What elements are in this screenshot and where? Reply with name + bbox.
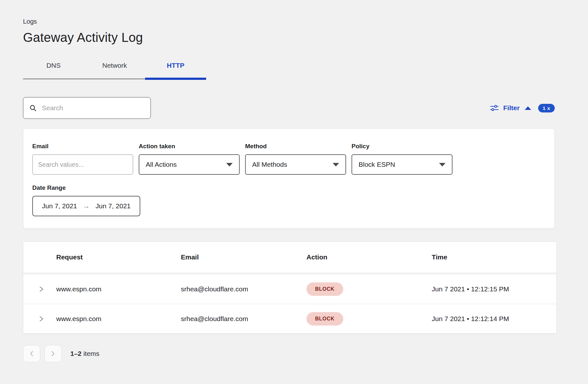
cell-email: srhea@cloudflare.com	[181, 315, 306, 323]
chevron-up-icon	[525, 106, 531, 110]
arrow-right-icon: →	[83, 202, 90, 210]
filter-count-badge[interactable]: 1 x	[538, 104, 555, 112]
cell-email: srhea@cloudflare.com	[181, 285, 306, 293]
filter-panel: Email Action taken All Actions Method Al…	[23, 128, 555, 229]
action-badge: BLOCK	[306, 312, 343, 326]
active-tab-indicator	[145, 78, 206, 80]
chevron-right-icon	[51, 350, 55, 357]
column-header-request: Request	[56, 253, 181, 261]
date-range-start: Jun 7, 2021	[42, 202, 77, 210]
toolbar: Filter 1 x	[23, 97, 555, 119]
column-header-email: Email	[181, 253, 306, 261]
filter-field-email: Email	[32, 143, 133, 175]
policy-value: Block ESPN	[359, 161, 395, 168]
tab-dns[interactable]: DNS	[23, 56, 84, 80]
chevron-down-icon	[439, 163, 445, 166]
activity-log-table: Request Email Action Time www.espn.com s…	[23, 242, 557, 334]
date-range-picker[interactable]: Jun 7, 2021 → Jun 7, 2021	[32, 196, 140, 216]
action-taken-value: All Actions	[146, 161, 177, 168]
date-range-label: Date Range	[32, 184, 544, 191]
filter-field-action-taken: Action taken All Actions	[139, 143, 240, 175]
next-page-button[interactable]	[44, 345, 62, 362]
filter-sliders-icon	[490, 104, 499, 112]
table-row[interactable]: www.espn.com srhea@cloudflare.com BLOCK …	[23, 304, 556, 333]
method-label: Method	[245, 143, 346, 150]
cell-request: www.espn.com	[56, 285, 181, 293]
action-taken-label: Action taken	[139, 143, 240, 150]
items-count: 1–2 items	[70, 350, 99, 357]
row-expand-button[interactable]	[39, 315, 44, 323]
email-label: Email	[32, 143, 133, 150]
chevron-right-icon	[39, 285, 44, 293]
search-input[interactable]	[42, 104, 145, 112]
filter-row-top: Email Action taken All Actions Method Al…	[32, 143, 544, 175]
table-header-row: Request Email Action Time	[23, 242, 556, 273]
chevron-down-icon	[333, 163, 339, 166]
table-row[interactable]: www.espn.com srhea@cloudflare.com BLOCK …	[23, 274, 556, 304]
filter-field-method: Method All Methods	[245, 143, 346, 175]
policy-label: Policy	[352, 143, 453, 150]
cell-request: www.espn.com	[56, 315, 181, 323]
tab-http[interactable]: HTTP	[145, 56, 206, 80]
page-title: Gateway Activity Log	[23, 30, 556, 45]
action-badge: BLOCK	[306, 282, 343, 296]
items-range: 1–2	[70, 350, 81, 357]
chevron-left-icon	[29, 350, 34, 357]
breadcrumb[interactable]: Logs	[23, 18, 556, 25]
filter-label: Filter	[503, 104, 520, 112]
column-header-action: Action	[306, 253, 432, 261]
filter-toggle[interactable]: Filter 1 x	[490, 104, 555, 112]
filter-row-date: Date Range Jun 7, 2021 → Jun 7, 2021	[32, 184, 544, 216]
pagination: 1–2 items	[23, 345, 556, 362]
chevron-down-icon	[226, 163, 233, 166]
cell-time: Jun 7 2021 • 12:12:14 PM	[432, 315, 556, 323]
search-icon	[29, 104, 37, 112]
filter-field-policy: Policy Block ESPN	[352, 143, 453, 175]
email-filter-input[interactable]	[32, 154, 133, 175]
chevron-right-icon	[39, 315, 44, 323]
cell-time: Jun 7 2021 • 12:12:15 PM	[432, 285, 556, 293]
method-select[interactable]: All Methods	[245, 154, 346, 175]
column-header-time: Time	[432, 253, 556, 261]
items-label: items	[83, 350, 99, 357]
log-tabs: DNS Network HTTP	[23, 56, 206, 80]
date-range-end: Jun 7, 2021	[96, 202, 131, 210]
policy-select[interactable]: Block ESPN	[352, 154, 453, 175]
action-taken-select[interactable]: All Actions	[139, 154, 240, 175]
previous-page-button[interactable]	[23, 345, 40, 362]
page-content: Logs Gateway Activity Log DNS Network HT…	[0, 0, 556, 362]
search-box	[23, 97, 151, 119]
tab-network[interactable]: Network	[84, 56, 145, 80]
row-expand-button[interactable]	[39, 285, 44, 293]
tabs-baseline	[23, 79, 145, 79]
method-value: All Methods	[252, 161, 287, 168]
